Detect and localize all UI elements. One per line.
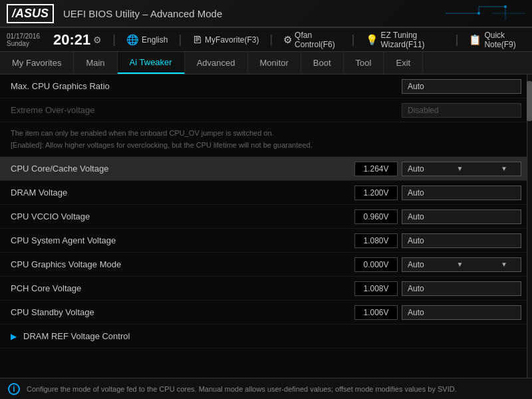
- datetime-block: 01/17/2016 Sunday: [7, 33, 40, 47]
- section-expand-arrow: ▶: [11, 332, 17, 341]
- quick-note-button[interactable]: 📋 Quick Note(F9): [469, 31, 525, 49]
- ez-tuning-button[interactable]: 💡 EZ Tuning Wizard(F11): [366, 31, 445, 49]
- separator-3: |: [269, 33, 273, 47]
- nav-boot[interactable]: Boot: [301, 52, 344, 74]
- header-bar: /ASUS UEFI BIOS Utility – Advanced Mode: [0, 0, 532, 28]
- separator-1: |: [112, 33, 116, 47]
- info-bar: 01/17/2016 Sunday 20:21 ⚙ | 🌐 English | …: [0, 28, 532, 52]
- max-cpu-graphics-ratio-dropdown[interactable]: Auto: [402, 79, 521, 94]
- nav-advanced[interactable]: Advanced: [185, 52, 248, 74]
- cpu-system-agent-voltage-dropdown[interactable]: Auto: [402, 233, 521, 248]
- max-cpu-graphics-ratio-row[interactable]: Max. CPU Graphics Ratio Auto: [0, 74, 532, 98]
- max-cpu-graphics-ratio-label: Max. CPU Graphics Ratio: [11, 81, 402, 91]
- qfan-label: Qfan Control(F6): [295, 31, 341, 49]
- dram-voltage-value: 1.200V: [354, 186, 398, 200]
- scroll-indicator[interactable]: [527, 74, 532, 378]
- separator-4: |: [352, 33, 355, 47]
- desc-line-1: The item can only be enabled when the on…: [11, 128, 521, 140]
- fan-icon: ⚙: [283, 34, 292, 46]
- dropdown-arrow-icon-2: ▼: [456, 261, 463, 268]
- asus-logo: /ASUS: [7, 4, 54, 23]
- language-label: English: [142, 35, 168, 45]
- pch-core-voltage-label: PCH Core Voltage: [11, 283, 354, 293]
- cpu-standby-voltage-value: 1.006V: [354, 305, 398, 320]
- cpu-vccio-voltage-dropdown[interactable]: Auto: [402, 209, 521, 224]
- status-text: Configure the mode of voltage fed to the…: [27, 385, 457, 393]
- title-bar-text: UEFI BIOS Utility – Advanced Mode: [63, 8, 446, 19]
- nav-main[interactable]: Main: [74, 52, 117, 74]
- day-text: Sunday: [7, 40, 40, 47]
- ez-icon: 💡: [366, 34, 378, 46]
- nav-exit[interactable]: Exit: [384, 52, 423, 74]
- nav-my-favorites[interactable]: My Favorites: [0, 52, 74, 74]
- note-icon: 📋: [469, 34, 481, 46]
- desc-line-2: [Enabled]: Allow higher voltages for ove…: [11, 140, 521, 152]
- cpu-graphics-voltage-mode-label: CPU Graphics Voltage Mode: [11, 259, 354, 269]
- cpu-vccio-voltage-row[interactable]: CPU VCCIO Voltage 0.960V Auto: [0, 205, 532, 229]
- cpu-core-cache-voltage-row[interactable]: CPU Core/Cache Voltage 1.264V Auto ▼: [0, 157, 532, 181]
- cpu-system-agent-voltage-label: CPU System Agent Voltage: [11, 235, 354, 245]
- status-bar: i Configure the mode of voltage fed to t…: [0, 378, 532, 399]
- ez-label: EZ Tuning Wizard(F11): [381, 31, 445, 49]
- svg-point-5: [477, 12, 480, 15]
- date-text: 01/17/2016: [7, 33, 40, 40]
- cpu-core-cache-voltage-dropdown[interactable]: Auto ▼: [402, 162, 521, 176]
- cpu-graphics-voltage-mode-dropdown[interactable]: Auto ▼: [402, 257, 521, 272]
- dropdown-arrow-icon: ▼: [456, 165, 463, 172]
- nav-bar: My Favorites Main Ai Tweaker Advanced Mo…: [0, 52, 532, 74]
- pch-core-voltage-value: 1.008V: [354, 281, 398, 296]
- cpu-core-cache-voltage-label: CPU Core/Cache Voltage: [11, 164, 354, 174]
- dram-voltage-label: DRAM Voltage: [11, 188, 354, 198]
- qfan-control-button[interactable]: ⚙ Qfan Control(F6): [283, 31, 341, 49]
- cpu-graphics-voltage-mode-value: 0.000V: [354, 257, 398, 272]
- separator-2: |: [178, 33, 182, 47]
- over-voltage-description: The item can only be enabled when the on…: [0, 122, 532, 157]
- nav-tool[interactable]: Tool: [344, 52, 384, 74]
- dram-ref-voltage-section[interactable]: ▶ DRAM REF Voltage Control: [0, 325, 532, 348]
- dram-ref-voltage-label: DRAM REF Voltage Control: [23, 331, 130, 341]
- pch-core-voltage-row[interactable]: PCH Core Voltage 1.008V Auto: [0, 277, 532, 301]
- globe-icon: 🌐: [126, 34, 139, 46]
- gear-icon[interactable]: ⚙: [93, 35, 102, 45]
- extreme-over-voltage-dropdown[interactable]: Disabled: [402, 103, 521, 118]
- my-favorite-button[interactable]: 🖹 MyFavorite(F3): [192, 34, 259, 45]
- main-content: Max. CPU Graphics Ratio Auto Extreme Ove…: [0, 74, 532, 378]
- separator-5: |: [456, 33, 459, 47]
- language-selector[interactable]: 🌐 English: [126, 34, 168, 46]
- scroll-thumb[interactable]: [527, 81, 532, 121]
- info-icon: i: [8, 383, 20, 395]
- quick-note-label: Quick Note(F9): [484, 31, 525, 49]
- nav-ai-tweaker[interactable]: Ai Tweaker: [118, 52, 185, 74]
- circuit-decoration: [446, 3, 525, 23]
- cpu-core-cache-voltage-value: 1.264V: [354, 162, 398, 176]
- cpu-vccio-voltage-label: CPU VCCIO Voltage: [11, 211, 354, 221]
- time-display: 20:21: [53, 33, 90, 47]
- svg-point-6: [504, 5, 507, 8]
- cpu-standby-voltage-row[interactable]: CPU Standby Voltage 1.006V Auto: [0, 301, 532, 325]
- cpu-standby-voltage-dropdown[interactable]: Auto: [402, 305, 521, 320]
- favorite-icon: 🖹: [192, 34, 202, 45]
- dram-voltage-row[interactable]: DRAM Voltage 1.200V Auto: [0, 181, 532, 205]
- cpu-vccio-voltage-value: 0.960V: [354, 209, 398, 224]
- extreme-over-voltage-row[interactable]: Extreme Over-voltage Disabled: [0, 98, 532, 122]
- cpu-standby-voltage-label: CPU Standby Voltage: [11, 307, 354, 317]
- cpu-system-agent-voltage-value: 1.080V: [354, 233, 398, 248]
- cpu-system-agent-voltage-row[interactable]: CPU System Agent Voltage 1.080V Auto: [0, 229, 532, 253]
- dram-voltage-dropdown[interactable]: Auto: [402, 186, 521, 200]
- pch-core-voltage-dropdown[interactable]: Auto: [402, 281, 521, 296]
- nav-monitor[interactable]: Monitor: [248, 52, 301, 74]
- favorite-label: MyFavorite(F3): [205, 35, 259, 45]
- extreme-over-voltage-label: Extreme Over-voltage: [11, 105, 402, 115]
- cpu-graphics-voltage-mode-row[interactable]: CPU Graphics Voltage Mode 0.000V Auto ▼: [0, 253, 532, 277]
